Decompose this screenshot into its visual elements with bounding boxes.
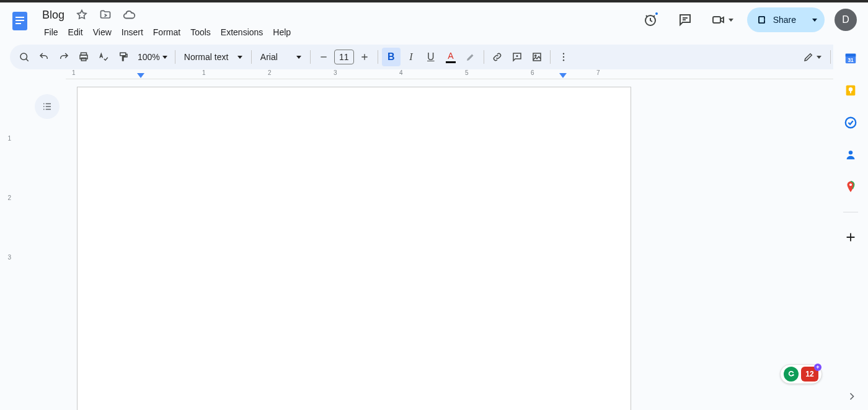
indent-left-marker[interactable] (137, 73, 144, 81)
menu-edit[interactable]: Edit (64, 25, 87, 40)
hruler-tick: 7 (596, 69, 600, 76)
last-edit-icon[interactable] (638, 7, 663, 32)
comments-icon[interactable] (673, 7, 698, 32)
chevron-down-icon (237, 56, 242, 59)
activity-indicator (654, 11, 659, 16)
paragraph-style-dropdown[interactable]: Normal text (179, 52, 247, 62)
vertical-ruler: 1 2 3 (0, 69, 12, 410)
font-size-increase[interactable] (355, 48, 374, 66)
chevron-down-icon (817, 56, 822, 59)
svg-point-15 (563, 56, 564, 58)
menu-help[interactable]: Help (268, 25, 295, 40)
svg-rect-3 (16, 23, 21, 24)
badge-plus: + (814, 364, 822, 371)
italic-button[interactable]: I (402, 48, 420, 66)
chevron-down-icon (296, 56, 301, 59)
menu-bar: File Edit View Insert Format Tools Exten… (40, 25, 295, 40)
style-value: Normal text (184, 52, 229, 62)
svg-rect-20 (846, 54, 856, 57)
insert-link-icon[interactable] (488, 48, 507, 66)
account-avatar[interactable]: D (835, 9, 857, 31)
cloud-status-icon[interactable] (120, 6, 138, 24)
menu-view[interactable]: View (89, 25, 116, 40)
redo-icon[interactable] (55, 48, 73, 66)
calendar-icon[interactable]: 31 (843, 51, 858, 66)
more-tools-icon[interactable] (554, 48, 573, 66)
menu-tools[interactable]: Tools (186, 25, 215, 40)
maps-icon[interactable] (843, 180, 858, 194)
hruler-tick: 1 (72, 69, 76, 76)
show-outline-icon[interactable] (35, 94, 60, 119)
get-addons-icon[interactable] (843, 230, 858, 245)
document-page[interactable] (77, 87, 631, 410)
svg-point-13 (534, 55, 536, 56)
horizontal-ruler[interactable]: 1 1 2 3 4 5 6 7 (66, 69, 868, 81)
svg-rect-24 (850, 91, 851, 94)
star-icon[interactable] (73, 6, 91, 24)
svg-point-23 (849, 87, 852, 91)
docs-logo[interactable] (7, 6, 32, 36)
menu-insert[interactable]: Insert (117, 25, 148, 40)
notification-badge[interactable]: 12 + (801, 367, 818, 382)
title-area: Blog File Edit View Insert Format Tools … (40, 6, 295, 40)
hruler-tick: 2 (268, 69, 272, 76)
paint-format-icon[interactable] (114, 48, 133, 66)
font-dropdown[interactable]: Arial (255, 52, 306, 62)
share-group: Share (747, 7, 825, 32)
editing-mode-dropdown[interactable] (798, 51, 826, 63)
zoom-value: 100% (138, 52, 160, 62)
grammarly-icon[interactable] (784, 367, 799, 382)
undo-icon[interactable] (35, 48, 53, 66)
chevron-down-icon (162, 56, 167, 59)
tasks-icon[interactable] (843, 115, 858, 130)
menu-format[interactable]: Format (149, 25, 185, 40)
svg-rect-5 (713, 17, 720, 23)
svg-marker-17 (137, 73, 144, 78)
badge-count: 12 (805, 370, 813, 378)
svg-rect-2 (16, 20, 24, 21)
share-button[interactable]: Share (748, 9, 805, 30)
extension-badges[interactable]: 12 + (780, 364, 822, 384)
indent-right-marker[interactable] (559, 73, 567, 81)
chevron-down-icon (728, 19, 733, 22)
keep-icon[interactable] (843, 83, 858, 98)
font-value: Arial (260, 52, 278, 62)
vruler-tick: 1 (0, 135, 12, 194)
underline-button[interactable]: U (422, 48, 440, 66)
highlight-color-button[interactable] (461, 48, 480, 66)
svg-text:31: 31 (848, 58, 854, 63)
share-caret[interactable] (806, 9, 823, 31)
vruler-tick: 3 (0, 254, 12, 313)
zoom-dropdown[interactable]: 100% (134, 52, 171, 62)
hide-side-panel-icon[interactable] (846, 390, 858, 405)
meet-button[interactable] (707, 10, 737, 30)
hruler-tick: 1 (202, 69, 206, 76)
insert-image-icon[interactable] (528, 48, 546, 66)
svg-rect-11 (120, 53, 126, 56)
print-icon[interactable] (74, 48, 93, 66)
svg-point-7 (20, 53, 27, 60)
svg-rect-1 (16, 17, 24, 18)
svg-point-27 (849, 183, 852, 186)
work-area: 1 2 3 1 1 2 3 4 5 6 7 (0, 69, 868, 410)
menu-file[interactable]: File (40, 25, 63, 40)
add-comment-icon[interactable] (508, 48, 526, 66)
share-label: Share (773, 15, 796, 25)
text-color-button[interactable]: A (441, 48, 460, 66)
folder-move-icon[interactable] (97, 6, 114, 24)
document-canvas[interactable] (12, 81, 868, 410)
font-size-decrease[interactable] (314, 48, 333, 66)
menu-extensions[interactable]: Extensions (216, 25, 267, 40)
font-size-input[interactable] (334, 50, 354, 64)
document-title[interactable]: Blog (40, 8, 67, 22)
svg-point-26 (849, 150, 852, 154)
hruler-tick: 5 (465, 69, 469, 76)
contacts-icon[interactable] (843, 147, 858, 162)
hruler-tick: 3 (334, 69, 337, 76)
side-panel: 31 (833, 42, 868, 410)
bold-button[interactable]: B (382, 48, 401, 66)
search-menus-icon[interactable] (15, 48, 33, 66)
header-right: Share D (638, 7, 857, 32)
spellcheck-icon[interactable] (94, 48, 113, 66)
app-header: Blog File Edit View Insert Format Tools … (0, 2, 868, 42)
